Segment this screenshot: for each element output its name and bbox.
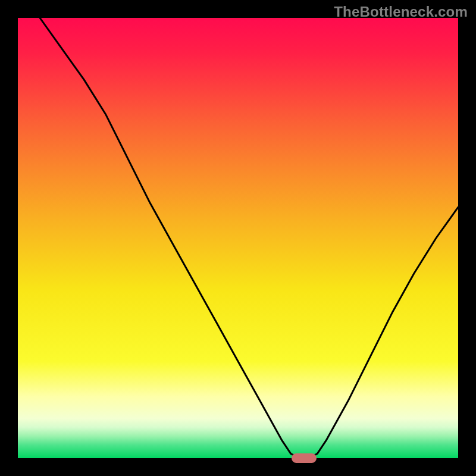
gradient-background — [18, 18, 458, 458]
optimal-marker — [292, 453, 317, 463]
watermark-text: TheBottleneck.com — [334, 4, 468, 20]
plot-area — [18, 18, 458, 458]
plot-svg — [18, 18, 458, 458]
chart-frame: TheBottleneck.com — [0, 0, 476, 476]
